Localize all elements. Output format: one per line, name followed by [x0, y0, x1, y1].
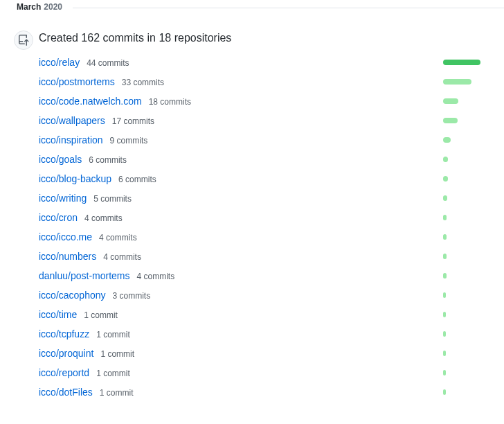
- repo-row: icco/inspiration9 commits: [39, 130, 485, 150]
- repo-row: icco/numbers4 commits: [39, 247, 485, 266]
- repo-row-left: icco/dotFiles1 commit: [39, 387, 134, 398]
- commit-bar-container: [443, 254, 485, 259]
- commit-bar-container: [443, 331, 485, 337]
- repo-link[interactable]: icco/code.natwelch.com: [39, 96, 142, 107]
- repo-link[interactable]: icco/cacophony: [39, 290, 106, 301]
- repo-link[interactable]: icco/proquint: [39, 348, 93, 359]
- repo-link[interactable]: icco/writing: [39, 193, 87, 204]
- repo-row: icco/tcpfuzz1 commit: [39, 324, 485, 344]
- repo-link[interactable]: icco/blog-backup: [39, 173, 111, 184]
- icon-column: [14, 30, 39, 402]
- repo-link[interactable]: danluu/post-mortems: [39, 270, 130, 281]
- commit-bar-container: [443, 351, 485, 356]
- commit-bar: [443, 157, 448, 162]
- commit-bar-container: [443, 98, 485, 104]
- commit-count-label: 33 commits: [122, 78, 164, 87]
- activity-section: Created 162 commits in 18 repositories i…: [0, 19, 504, 402]
- commit-count-label: 6 commits: [89, 155, 127, 165]
- commit-count-label: 18 commits: [149, 97, 191, 107]
- repo-row-left: icco/time1 commit: [39, 309, 118, 320]
- repo-link[interactable]: icco/postmortems: [39, 76, 115, 87]
- commit-count-label: 1 commit: [96, 369, 130, 378]
- commit-count-label: 1 commit: [84, 310, 118, 320]
- repo-link[interactable]: icco/dotFiles: [39, 387, 93, 398]
- commit-bar: [443, 370, 446, 376]
- commit-activity-icon: [14, 30, 33, 50]
- year-label: 2020: [44, 2, 68, 12]
- commit-bar: [443, 79, 471, 85]
- content-column: Created 162 commits in 18 repositories i…: [39, 30, 504, 402]
- commit-bar-container: [443, 157, 485, 162]
- repo-link[interactable]: icco/time: [39, 309, 77, 320]
- repo-row-left: icco/cron4 commits: [39, 212, 123, 223]
- commit-bar-container: [443, 79, 485, 85]
- repo-row: icco/dotFiles1 commit: [39, 382, 485, 402]
- commit-bar-container: [443, 234, 485, 240]
- commit-count-label: 5 commits: [93, 194, 132, 204]
- repo-link[interactable]: icco/goals: [39, 154, 82, 165]
- commit-bar-container: [443, 118, 485, 123]
- commit-count-label: 1 commit: [96, 330, 130, 339]
- repo-row: icco/writing5 commits: [39, 188, 485, 208]
- repo-row: icco/cron4 commits: [39, 208, 485, 227]
- commit-bar-container: [443, 273, 485, 279]
- repo-link[interactable]: icco/icco.me: [39, 231, 92, 242]
- commit-bar-container: [443, 292, 485, 298]
- repo-row-left: icco/tcpfuzz1 commit: [39, 328, 130, 339]
- repo-row: icco/code.natwelch.com18 commits: [39, 91, 485, 111]
- repo-link[interactable]: icco/wallpapers: [39, 115, 105, 126]
- repo-row-left: icco/numbers4 commits: [39, 251, 141, 262]
- repo-row-left: icco/blog-backup6 commits: [39, 173, 156, 184]
- repo-row-left: icco/cacophony3 commits: [39, 290, 150, 301]
- repo-row-left: icco/goals6 commits: [39, 154, 127, 165]
- commit-count-label: 1 commit: [100, 349, 134, 359]
- commit-bar-container: [443, 312, 485, 317]
- commit-bar: [443, 351, 446, 356]
- repo-row-left: icco/code.natwelch.com18 commits: [39, 96, 191, 107]
- commit-bar: [443, 118, 458, 123]
- repo-link[interactable]: icco/tcpfuzz: [39, 328, 89, 339]
- repo-row-left: icco/relay44 commits: [39, 57, 129, 68]
- commit-bar: [443, 273, 447, 279]
- commit-bar: [443, 98, 458, 104]
- commit-bar: [443, 312, 446, 317]
- repo-link[interactable]: icco/numbers: [39, 251, 96, 262]
- commit-count-label: 17 commits: [112, 116, 154, 126]
- repo-row: icco/cacophony3 commits: [39, 285, 485, 305]
- repo-row-left: icco/reportd1 commit: [39, 367, 130, 378]
- commit-bar: [443, 254, 447, 259]
- commit-count-label: 9 commits: [110, 136, 148, 145]
- repo-link[interactable]: icco/inspiration: [39, 134, 103, 145]
- repo-link[interactable]: icco/reportd: [39, 367, 89, 378]
- repo-link[interactable]: icco/cron: [39, 212, 78, 223]
- repo-row-left: icco/proquint1 commit: [39, 348, 134, 359]
- commit-bar-container: [443, 195, 485, 201]
- commit-count-label: 4 commits: [137, 272, 175, 281]
- repo-row: icco/postmortems33 commits: [39, 72, 485, 91]
- commit-bar-container: [443, 176, 485, 182]
- repo-list: icco/relay44 commitsicco/postmortems33 c…: [39, 53, 485, 402]
- repo-row: icco/time1 commit: [39, 305, 485, 324]
- commit-bar: [443, 176, 448, 182]
- commit-bar: [443, 195, 447, 201]
- commit-bar-container: [443, 389, 485, 395]
- repo-row-left: icco/writing5 commits: [39, 193, 132, 204]
- commit-count-label: 6 commits: [118, 175, 156, 184]
- commit-count-label: 3 commits: [113, 291, 151, 301]
- repo-row: icco/proquint1 commit: [39, 344, 485, 363]
- repo-row: icco/goals6 commits: [39, 150, 485, 169]
- commit-count-label: 4 commits: [99, 233, 137, 242]
- repo-row-left: icco/postmortems33 commits: [39, 76, 164, 87]
- repo-link[interactable]: icco/relay: [39, 57, 80, 68]
- commit-bar: [443, 215, 447, 220]
- commit-bar: [443, 234, 447, 240]
- repo-row: icco/relay44 commits: [39, 53, 485, 72]
- repo-row-left: icco/inspiration9 commits: [39, 134, 147, 145]
- commit-count-label: 4 commits: [103, 252, 141, 262]
- commit-bar-container: [443, 370, 485, 376]
- commit-count-label: 1 commit: [100, 388, 134, 398]
- timeline-month-header: March 2020: [0, 0, 504, 19]
- commit-count-label: 4 commits: [84, 213, 123, 223]
- activity-summary-title: Created 162 commits in 18 repositories: [39, 32, 485, 44]
- month-label: March: [17, 2, 41, 12]
